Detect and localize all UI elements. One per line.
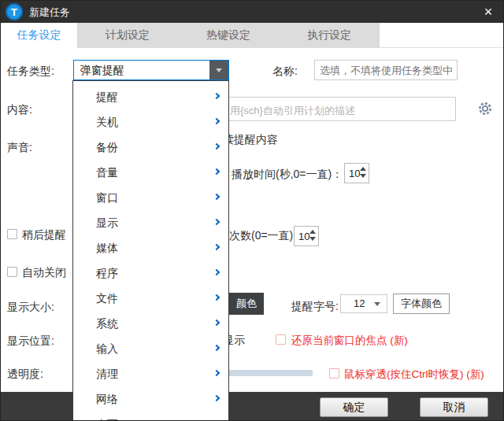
- font-color-button[interactable]: 字体颜色: [393, 294, 450, 314]
- background-color-button[interactable]: 颜色: [229, 293, 264, 315]
- auto-close-checkbox[interactable]: [7, 267, 17, 277]
- mouse-through-label: 鼠标穿透(按住Ctrl时恢复) (新): [344, 367, 484, 382]
- menu-item-label: 显示: [96, 216, 118, 229]
- close-icon[interactable]: ×: [480, 3, 497, 20]
- display-size-label: 显示大小:: [7, 301, 54, 315]
- mouse-through-checkbox[interactable]: [329, 368, 339, 379]
- chevron-down-icon: [374, 302, 380, 306]
- menu-item-label: 文件: [96, 292, 118, 305]
- menu-item-0[interactable]: 提醒: [73, 84, 228, 109]
- read-aloud-label-fragment: 读提醒内容: [223, 133, 278, 147]
- font-size-value: 12: [354, 297, 365, 309]
- opacity-label: 透明度:: [7, 367, 43, 382]
- tab-gray-block: 计划设定 热键设定 执行设定: [77, 23, 380, 48]
- spinner-up-icon[interactable]: [309, 230, 316, 234]
- later-remind-checkbox[interactable]: [7, 229, 17, 239]
- menu-item-5[interactable]: 显示: [73, 210, 228, 235]
- gear-icon[interactable]: [476, 100, 494, 117]
- ok-button[interactable]: 确定: [320, 397, 388, 417]
- content-placeholder: 用{sch}自动引用计划的描述: [230, 104, 355, 118]
- menu-item-label: 提醒: [96, 90, 118, 103]
- titlebar: T 新建任务 ×: [1, 1, 504, 23]
- submenu-arrow-icon: [213, 269, 220, 275]
- submenu-arrow-icon: [213, 244, 220, 250]
- submenu-arrow-icon: [213, 370, 220, 376]
- font-size-select[interactable]: 12: [340, 294, 387, 313]
- submenu-arrow-icon: [213, 168, 220, 175]
- tab-strip: 任务设定 计划设定 热键设定 执行设定: [1, 23, 504, 48]
- name-label: 名称:: [272, 65, 298, 79]
- submenu-arrow-icon: [213, 219, 220, 225]
- sound-label: 声音:: [7, 141, 32, 155]
- menu-item-label: 系统: [96, 317, 118, 330]
- tab-task-settings[interactable]: 任务设定: [1, 23, 77, 48]
- menu-item-2[interactable]: 备份: [73, 135, 228, 160]
- spinner-down-icon[interactable]: [309, 237, 316, 241]
- spinner-up-icon[interactable]: [360, 167, 366, 171]
- menu-item-label: 网络: [96, 393, 118, 405]
- restore-focus-checkbox[interactable]: [276, 334, 286, 345]
- content-label: 内容:: [7, 103, 32, 117]
- later-remind-label: 稍后提醒: [22, 228, 66, 242]
- menu-item-12[interactable]: 网络: [73, 386, 228, 412]
- menu-item-13[interactable]: 桌面: [73, 412, 228, 421]
- menu-item-label: 清理: [96, 367, 118, 380]
- menu-item-8[interactable]: 文件: [73, 286, 228, 311]
- submenu-arrow-icon: [213, 294, 220, 301]
- restore-focus-label: 还原当前窗口的焦点 (新): [291, 334, 408, 348]
- cancel-button[interactable]: 取消: [420, 397, 488, 417]
- menu-item-1[interactable]: 关机: [73, 109, 228, 135]
- task-type-combobox[interactable]: 弹窗提醒: [73, 60, 229, 80]
- name-input[interactable]: [314, 60, 458, 80]
- spinner-down-icon[interactable]: [360, 174, 366, 178]
- chevron-down-icon: [216, 68, 222, 72]
- menu-item-label: 音量: [96, 166, 118, 179]
- menu-item-3[interactable]: 音量: [73, 160, 228, 185]
- menu-item-7[interactable]: 程序: [73, 260, 228, 286]
- auto-close-label: 自动关闭: [22, 266, 66, 280]
- tab-plan-settings[interactable]: 计划设定: [77, 23, 178, 48]
- menu-item-11[interactable]: 清理: [73, 361, 228, 386]
- play-time-spinner[interactable]: 10: [344, 163, 369, 183]
- submenu-arrow-icon: [213, 118, 220, 124]
- repeat-count-value: 10: [298, 231, 309, 242]
- display-pos-label: 显示位置:: [7, 334, 54, 349]
- menu-item-label: 关机: [96, 116, 118, 128]
- submenu-arrow-icon: [213, 93, 220, 99]
- combobox-dropdown-button[interactable]: [209, 61, 228, 79]
- spinner-arrows[interactable]: [309, 230, 316, 241]
- menu-item-10[interactable]: 输入: [73, 336, 228, 361]
- menu-item-6[interactable]: 媒体: [73, 235, 228, 260]
- menu-item-label: 桌面: [96, 418, 118, 421]
- window-title: 新建任务: [29, 6, 70, 20]
- play-time-label: 播放时间(秒,0=一直)：: [232, 168, 343, 182]
- submenu-arrow-icon: [213, 194, 220, 200]
- app-logo-icon: T: [6, 3, 23, 20]
- tab-exec-settings[interactable]: 执行设定: [279, 23, 380, 48]
- task-type-label: 任务类型:: [7, 65, 54, 79]
- menu-item-label: 输入: [96, 342, 118, 355]
- submenu-arrow-icon: [213, 319, 220, 326]
- spinner-arrows[interactable]: [360, 167, 366, 178]
- submenu-arrow-icon: [213, 143, 220, 150]
- new-task-dialog: T 新建任务 × 任务设定 计划设定 热键设定 执行设定 任务类型: 内容: 声…: [0, 0, 504, 421]
- menu-item-label: 窗口: [96, 191, 118, 204]
- submenu-arrow-icon: [213, 395, 220, 401]
- task-type-menu: 提醒关机备份音量窗口显示媒体程序文件系统输入清理网络桌面: [72, 80, 229, 421]
- task-type-value: 弹窗提醒: [80, 64, 124, 78]
- submenu-arrow-icon: [213, 345, 220, 351]
- opacity-slider[interactable]: [229, 370, 313, 376]
- tab-hotkey-settings[interactable]: 热键设定: [178, 23, 279, 48]
- menu-item-label: 备份: [96, 141, 118, 153]
- font-size-label: 提醒字号:: [291, 300, 339, 314]
- repeat-count-spinner[interactable]: 10: [294, 226, 319, 246]
- play-time-value: 10: [349, 168, 360, 179]
- menu-item-9[interactable]: 系统: [73, 311, 228, 336]
- menu-item-4[interactable]: 窗口: [73, 185, 228, 210]
- menu-item-label: 程序: [96, 267, 118, 279]
- menu-item-label: 媒体: [96, 242, 118, 254]
- repeat-count-label-fragment: 次数(0=一直)：: [229, 229, 304, 243]
